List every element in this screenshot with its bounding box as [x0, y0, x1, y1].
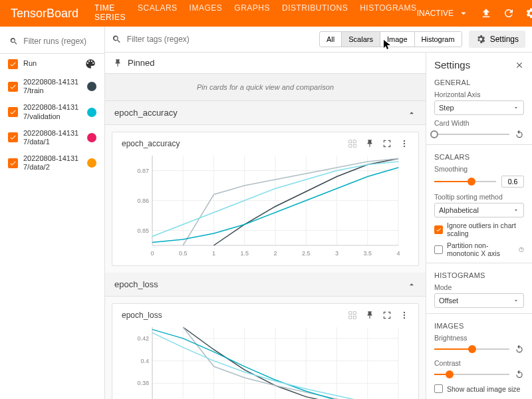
svg-text:3.5: 3.5	[363, 250, 372, 257]
tooltip-select[interactable]: Alphabetical	[434, 203, 524, 217]
gear-icon	[475, 34, 486, 45]
tab-histograms[interactable]: HISTOGRAMS	[360, 0, 416, 32]
status-dropdown[interactable]: INACTIVE	[417, 7, 469, 19]
settings-button[interactable]: Settings	[469, 31, 525, 48]
runs-filter-input[interactable]	[23, 37, 95, 46]
chevron-down-icon	[458, 7, 469, 19]
svg-text:0.4: 0.4	[140, 358, 149, 364]
svg-text:2.5: 2.5	[302, 250, 311, 257]
run-item[interactable]: Run	[0, 54, 104, 74]
tab-scalars[interactable]: SCALARS	[138, 0, 178, 32]
scalars-heading: SCALARS	[434, 153, 524, 161]
tags-filter-input[interactable]	[127, 35, 313, 44]
chart-epoch-loss: 00.511.522.533.540.360.380.40.42	[122, 324, 409, 399]
actual-size-checkbox[interactable]: Show actual image size	[434, 384, 524, 393]
grid-icon[interactable]	[348, 311, 357, 320]
svg-point-4	[404, 140, 405, 142]
help-icon[interactable]: ?	[519, 246, 524, 253]
fullscreen-icon[interactable]	[382, 311, 392, 320]
segment-image[interactable]: Image	[380, 32, 415, 47]
refresh-icon[interactable]	[503, 7, 515, 19]
grid-icon[interactable]	[348, 139, 357, 148]
segment-scalars[interactable]: Scalars	[342, 32, 380, 47]
upload-icon[interactable]	[480, 7, 492, 19]
close-icon[interactable]	[515, 61, 524, 70]
svg-text:0.42: 0.42	[137, 335, 149, 342]
fullscreen-icon[interactable]	[382, 139, 392, 148]
section-epoch-accuracy[interactable]: epoch_accuracy	[105, 101, 426, 125]
segment-all[interactable]: All	[320, 32, 342, 47]
gear-icon[interactable]	[525, 7, 532, 19]
svg-text:3: 3	[335, 250, 338, 257]
brightness-slider[interactable]	[434, 348, 509, 350]
reset-icon[interactable]	[515, 130, 524, 139]
chevron-down-icon	[513, 104, 519, 111]
more-icon[interactable]	[400, 311, 409, 320]
histogram-mode-select[interactable]: Offset	[434, 293, 524, 308]
search-icon	[112, 34, 122, 45]
partition-checkbox[interactable]: Partition non-monotonic X axis ?	[434, 241, 524, 257]
chart-epoch-accuracy: 00.511.522.533.540.850.860.87	[122, 152, 409, 259]
run-checkbox[interactable]	[8, 107, 18, 117]
cards-scroll[interactable]: Pinned Pin cards for a quick view and co…	[105, 53, 426, 399]
svg-rect-35	[349, 316, 352, 319]
nav-tabs: TIME SERIES SCALARS IMAGES GRAPHS DISTRI…	[94, 0, 417, 32]
card-epoch-accuracy: epoch_accuracy 00.511.522.533.540.850.86…	[112, 132, 419, 266]
pin-icon[interactable]	[365, 311, 374, 320]
histograms-heading: HISTOGRAMS	[434, 271, 524, 279]
run-checkbox[interactable]	[8, 158, 18, 168]
chevron-down-icon	[513, 207, 519, 213]
settings-panel: Settings GENERAL Horizontal Axis Step Ca…	[426, 53, 532, 399]
run-item[interactable]: 20220808-141317/validation	[0, 99, 104, 124]
svg-text:0.87: 0.87	[137, 168, 149, 174]
svg-point-5	[404, 143, 405, 144]
run-label: 20220808-141317/data/2	[23, 154, 82, 172]
run-label: Run	[23, 59, 79, 68]
ignore-outliers-checkbox[interactable]: Ignore outliers in chart scaling	[434, 221, 524, 237]
svg-text:2: 2	[273, 250, 277, 257]
more-icon[interactable]	[400, 139, 409, 148]
run-label: 20220808-141317/validation	[23, 103, 82, 120]
section-epoch-loss[interactable]: epoch_loss	[105, 273, 426, 297]
run-color-dot	[87, 82, 96, 91]
svg-point-37	[404, 312, 405, 313]
run-item[interactable]: 20220808-141317/data/2	[0, 150, 104, 176]
smoothing-slider[interactable]	[434, 181, 496, 182]
axis-select[interactable]: Step	[434, 100, 524, 115]
images-heading: IMAGES	[434, 322, 524, 330]
svg-text:1.5: 1.5	[240, 250, 249, 257]
runs-sidebar: Run20220808-141317/train20220808-141317/…	[0, 27, 105, 399]
tab-graphs[interactable]: GRAPHS	[234, 0, 270, 32]
pin-icon[interactable]	[365, 139, 374, 148]
reset-icon[interactable]	[515, 370, 524, 379]
svg-point-39	[404, 317, 405, 319]
svg-text:?: ?	[521, 248, 523, 251]
run-color-dot	[87, 133, 96, 142]
run-checkbox[interactable]	[8, 82, 18, 92]
header-tools: INACTIVE	[417, 7, 532, 19]
tab-images[interactable]: IMAGES	[190, 0, 223, 32]
chevron-up-icon	[407, 108, 416, 118]
run-item[interactable]: 20220808-141317/train	[0, 74, 104, 99]
svg-text:4: 4	[396, 250, 400, 257]
pinned-header[interactable]: Pinned	[105, 53, 426, 74]
svg-text:0: 0	[150, 250, 154, 257]
run-label: 20220808-141317/data/1	[23, 129, 82, 146]
tab-distributions[interactable]: DISTRIBUTIONS	[282, 0, 348, 32]
run-item[interactable]: 20220808-141317/data/1	[0, 125, 104, 150]
svg-rect-34	[353, 312, 356, 315]
card-width-slider[interactable]	[434, 134, 509, 135]
svg-text:0.38: 0.38	[137, 380, 149, 386]
contrast-slider[interactable]	[434, 374, 509, 375]
run-checkbox[interactable]	[8, 59, 18, 69]
run-label: 20220808-141317/train	[23, 78, 82, 95]
run-checkbox[interactable]	[8, 132, 18, 142]
palette-icon[interactable]	[84, 58, 96, 70]
pin-hint: Pin cards for a quick view and compariso…	[105, 74, 426, 101]
svg-point-38	[404, 315, 405, 316]
smoothing-input[interactable]	[501, 176, 524, 188]
reset-icon[interactable]	[515, 344, 524, 354]
runs-filter	[0, 32, 104, 54]
segment-histogram[interactable]: Histogram	[415, 32, 462, 47]
chevron-up-icon	[407, 280, 416, 289]
